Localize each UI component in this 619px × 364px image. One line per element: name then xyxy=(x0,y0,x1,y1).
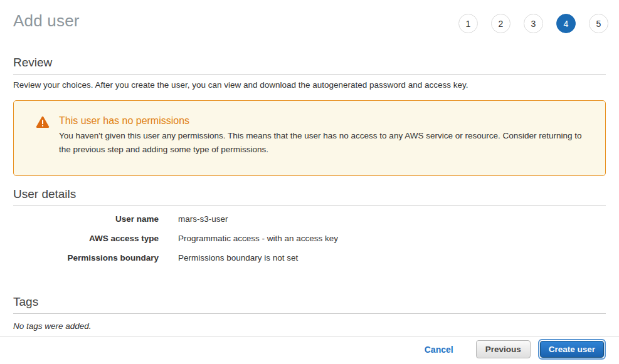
wizard-header: Add user 1 2 3 4 5 xyxy=(0,0,619,44)
detail-row-permissions-boundary: Permissions boundary Permissions boundar… xyxy=(13,253,606,273)
warning-text-block: This user has no permissions You haven't… xyxy=(59,115,583,157)
detail-row-access-type: AWS access type Programmatic access - wi… xyxy=(13,234,606,253)
warning-triangle-icon xyxy=(36,116,50,131)
detail-value: Programmatic access - with an access key xyxy=(178,234,338,243)
create-user-focus-ring: Create user xyxy=(538,339,606,360)
previous-button[interactable]: Previous xyxy=(476,340,531,358)
user-details-section-heading: User details xyxy=(13,187,606,206)
create-user-button[interactable]: Create user xyxy=(540,341,604,358)
step-indicator: 1 2 3 4 5 xyxy=(458,14,608,33)
tags-section-heading: Tags xyxy=(13,295,606,314)
detail-label: AWS access type xyxy=(13,234,159,243)
step-5[interactable]: 5 xyxy=(589,14,608,33)
cancel-link[interactable]: Cancel xyxy=(425,345,453,355)
warning-body: You haven't given this user any permissi… xyxy=(59,129,583,157)
detail-row-user-name: User name mars-s3-user xyxy=(13,214,606,234)
detail-label: User name xyxy=(13,214,159,224)
user-details-list: User name mars-s3-user AWS access type P… xyxy=(13,214,606,273)
step-3[interactable]: 3 xyxy=(524,14,543,33)
tags-empty-message: No tags were added. xyxy=(13,321,606,331)
review-section-heading: Review xyxy=(13,56,606,75)
wizard-footer: Cancel Previous Create user xyxy=(0,336,619,364)
step-1[interactable]: 1 xyxy=(458,14,478,33)
main-content: Review Review your choices. After you cr… xyxy=(0,56,619,331)
step-2[interactable]: 2 xyxy=(491,14,511,33)
detail-value: Permissions boundary is not set xyxy=(178,253,298,263)
page-title: Add user xyxy=(13,11,80,31)
detail-value: mars-s3-user xyxy=(178,214,228,224)
no-permissions-warning-banner: This user has no permissions You haven't… xyxy=(13,100,606,176)
warning-title: This user has no permissions xyxy=(59,115,583,127)
step-4-active[interactable]: 4 xyxy=(556,14,576,33)
detail-label: Permissions boundary xyxy=(13,253,159,263)
review-description: Review your choices. After you create th… xyxy=(13,80,606,90)
